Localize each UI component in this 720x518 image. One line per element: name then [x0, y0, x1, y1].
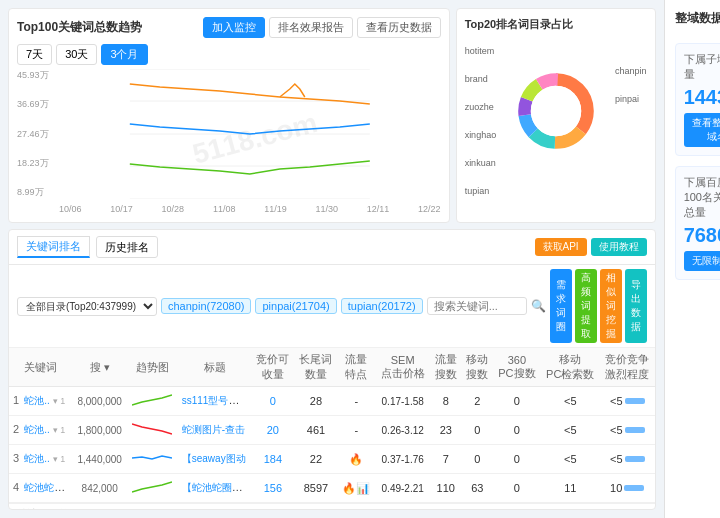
table-tabs: 关键词排名 历史排名 获取API 使用教程: [9, 230, 655, 265]
filter-tag-chanpin[interactable]: chanpin(72080): [161, 298, 251, 314]
cell-mobile-1: 0: [462, 416, 494, 445]
ranking-report-btn[interactable]: 排名效果报告: [269, 17, 353, 38]
donut-label-hotitem: hotitem: [465, 46, 497, 56]
chart-action-buttons: 加入监控 排名效果报告 查看历史数据: [203, 17, 441, 38]
y-label-2: 36.69万: [17, 98, 55, 111]
donut-title: Top20排名词目录占比: [465, 17, 647, 32]
table-row: 1 蛇池.. ▾ 1 8,000,000 ss111型号纸像- 0 28 - 0…: [9, 387, 655, 416]
col-traffic: 流量特点: [338, 348, 376, 387]
pagination-label: 总计行 ▾: [17, 507, 55, 510]
tab-history-rank[interactable]: 历史排名: [96, 236, 158, 258]
cell-mobile-pc-2: <5: [541, 445, 600, 474]
cell-bid-2: 184: [251, 445, 294, 474]
table-row: 4 蛇池蛇圈1 ▾ 1 842,000 【蛇池蛇圈1】价 156 8597 🔥📊…: [9, 474, 655, 503]
cell-title-0: ss111型号纸像-: [178, 387, 252, 416]
cell-longtail-3: 8597: [294, 474, 337, 503]
cell-mobile-2: 0: [462, 445, 494, 474]
cell-flow-3: 110: [430, 474, 462, 503]
cell-360-0: 0: [493, 387, 541, 416]
filter-tag-tupian[interactable]: tupian(20172): [341, 298, 423, 314]
cell-keyword-3: 4 蛇池蛇圈1 ▾ 1: [9, 474, 72, 503]
donut-label-brand: brand: [465, 74, 497, 84]
get-api-btn[interactable]: 获取API: [535, 238, 587, 256]
cell-volume-3: 842,000: [72, 474, 127, 503]
time-3months[interactable]: 3个月: [101, 44, 147, 65]
cell-flow-0: 8: [430, 387, 462, 416]
cell-trend-0: [127, 387, 177, 416]
cell-keyword-2: 3 蛇池.. ▾ 1: [9, 445, 72, 474]
cell-360-3: 0: [493, 474, 541, 503]
donut-label-zuozhe: zuozhe: [465, 102, 497, 112]
demand-words-btn[interactable]: 需求词圈: [550, 269, 572, 343]
export-data-btn[interactable]: 导出数据: [625, 269, 647, 343]
x-label-1: 10/06: [59, 204, 82, 214]
cell-360-1: 0: [493, 416, 541, 445]
cell-mobile-3: 63: [462, 474, 494, 503]
keyword-label: 下属百度前100名关键词总量: [684, 175, 720, 220]
col-rank: 搜 ▾: [72, 348, 127, 387]
filter-tag-pinpai[interactable]: pinpai(21704): [255, 298, 336, 314]
cell-traffic-1: -: [338, 416, 376, 445]
tutorial-btn[interactable]: 使用教程: [591, 238, 647, 256]
donut-chart: [511, 66, 601, 156]
donut-label-pinpai: pinpai: [615, 94, 647, 104]
subdomain-label: 下属子域名总量: [684, 52, 720, 82]
x-label-6: 11/30: [315, 204, 338, 214]
y-label-4: 18.23万: [17, 157, 55, 170]
cell-longtail-1: 461: [294, 416, 337, 445]
cell-longtail-2: 22: [294, 445, 337, 474]
donut-label-xinghao: xinghao: [465, 130, 497, 140]
chart-title: Top100关键词总数趋势: [17, 19, 142, 36]
tab-keyword-rank[interactable]: 关键词排名: [17, 236, 90, 258]
cell-sem-0: 0.17-1.58: [375, 387, 430, 416]
cell-traffic-2: 🔥: [338, 445, 376, 474]
cell-title-3: 【蛇池蛇圈1】价: [178, 474, 252, 503]
donut-label-tupian: tupian: [465, 186, 497, 196]
time-7days[interactable]: 7天: [17, 44, 52, 65]
cell-sem-2: 0.37-1.76: [375, 445, 430, 474]
subdomain-stat-card: 下属子域名总量 14435 查看整域子域名: [675, 43, 720, 156]
cell-traffic-3: 🔥📊: [338, 474, 376, 503]
time-30days[interactable]: 30天: [56, 44, 97, 65]
category-filter-select[interactable]: 全部目录(Top20:437999) chanpin(Top20:21704) …: [17, 297, 157, 316]
cell-mobile-pc-3: 11: [541, 474, 600, 503]
add-monitor-btn[interactable]: 加入监控: [203, 17, 265, 38]
x-label-2: 10/17: [110, 204, 133, 214]
col-360: 360PC搜数: [493, 348, 541, 387]
cell-keyword-1: 2 蛇池.. ▾ 1: [9, 416, 72, 445]
cell-traffic-0: -: [338, 387, 376, 416]
cell-title-1: 蛇测图片-查击: [178, 416, 252, 445]
cell-title-2: 【seaway图动: [178, 445, 252, 474]
cell-competition-3: 10: [600, 474, 655, 503]
cell-bid-1: 20: [251, 416, 294, 445]
cell-volume-2: 1,440,000: [72, 445, 127, 474]
cell-mobile-pc-1: <5: [541, 416, 600, 445]
donut-label-chanpin: chanpin: [615, 66, 647, 76]
unlimited-view-btn[interactable]: 无限制查看: [684, 251, 720, 271]
cell-volume-1: 1,800,000: [72, 416, 127, 445]
col-bid: 竞价可收量: [251, 348, 294, 387]
keyword-search-input[interactable]: [427, 297, 527, 315]
page-num: 1: [81, 509, 87, 511]
col-longtail: 长尾词数量: [294, 348, 337, 387]
cell-trend-3: [127, 474, 177, 503]
cell-keyword-0: 1 蛇池.. ▾ 1: [9, 387, 72, 416]
high-freq-btn[interactable]: 高频词提取: [575, 269, 597, 343]
keyword-data-table: 关键词 搜 ▾ 趋势图 标题 竞价可收量 长尾词数量 流量特点 SEM点击价格 …: [9, 348, 655, 503]
line-chart: 5118.com: [59, 69, 441, 199]
col-trend: 趋势图: [127, 348, 177, 387]
history-data-btn[interactable]: 查看历史数据: [357, 17, 441, 38]
y-label-3: 27.46万: [17, 128, 55, 141]
y-label-5: 8.99万: [17, 186, 55, 199]
x-label-4: 11/08: [213, 204, 236, 214]
x-label-5: 11/19: [264, 204, 287, 214]
view-subdomain-btn[interactable]: 查看整域子域名: [684, 113, 720, 147]
x-label-7: 12/11: [367, 204, 390, 214]
cell-sem-3: 0.49-2.21: [375, 474, 430, 503]
right-panel-title: 整域数据概况: [675, 10, 720, 27]
similar-words-btn[interactable]: 相似词挖掘: [600, 269, 622, 343]
cell-competition-2: <5: [600, 445, 655, 474]
col-title: 标题: [178, 348, 252, 387]
time-filter-group: 7天 30天 3个月: [17, 44, 441, 65]
svg-point-13: [530, 86, 580, 136]
